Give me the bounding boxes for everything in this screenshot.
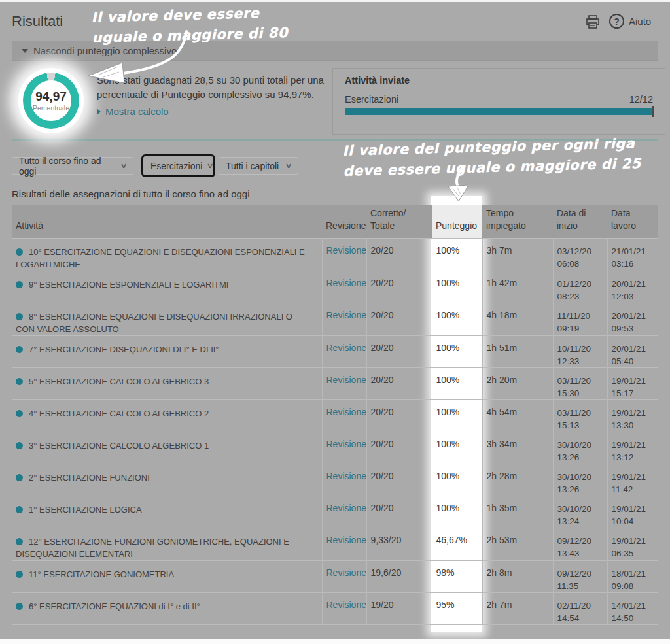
work-time: 06:35 xyxy=(612,547,656,560)
review-link[interactable]: Revisione xyxy=(326,278,366,288)
review-cell: Revisione xyxy=(322,528,366,560)
review-cell: Revisione xyxy=(322,399,366,432)
start-date-cell: 10/11/20 12:33 xyxy=(553,335,607,367)
time-spent-cell: 2h 28m xyxy=(482,464,553,496)
start-date: 02/11/20 xyxy=(557,600,605,612)
start-date: 01/12/20 xyxy=(557,278,605,290)
submitted-activities-title: Attività inviate xyxy=(345,75,653,86)
correct-total-cell: 19,6/20 xyxy=(366,560,432,592)
start-time: 15:13 xyxy=(557,419,605,432)
correct-total-cell: 20/20 xyxy=(366,432,432,464)
help-button[interactable]: ? Aiuto xyxy=(609,14,651,29)
work-time: 12:03 xyxy=(612,290,656,303)
course-period-value: Tutto il corso fino ad oggi xyxy=(19,156,116,177)
work-date: 21/01/21 xyxy=(612,245,656,258)
col-header-attivita: Attività xyxy=(12,205,322,238)
start-date: 03/11/20 xyxy=(557,375,605,387)
chevron-down-icon: ∨ xyxy=(285,161,292,170)
start-date-cell: 09/12/20 13:43 xyxy=(553,528,607,560)
chapters-value: Tutti i capitoli xyxy=(226,161,279,171)
score-cell: 100% xyxy=(432,367,482,399)
correct-total-cell: 20/20 xyxy=(366,464,432,496)
donut-center: 94,97 Percentuale xyxy=(31,80,71,121)
work-date: 19/01/21 xyxy=(612,407,656,419)
review-cell: Revisione xyxy=(322,496,366,528)
submitted-progress-fill xyxy=(345,108,653,115)
work-time: 09:08 xyxy=(612,580,656,592)
expand-triangle-icon xyxy=(97,109,101,115)
score-cell: 98% xyxy=(432,560,482,592)
show-calculation-label: Mostra calcolo xyxy=(105,106,169,117)
review-cell: Revisione xyxy=(322,367,366,399)
work-date-cell: 20/01/21 09:53 xyxy=(607,303,658,335)
review-link[interactable]: Revisione xyxy=(326,245,366,256)
review-link[interactable]: Revisione xyxy=(326,439,366,449)
activity-cell: 3° ESERCITAZIONE CALCOLO ALGEBRICO 1 xyxy=(12,432,322,464)
activity-cell: 2° ESERCITAZIONE FUNZIONI xyxy=(12,464,322,496)
start-time: 13:43 xyxy=(557,547,605,560)
time-spent-cell: 3h 7m xyxy=(482,238,553,271)
filters-row: Tutto il corso fino ad oggi ∨ Esercitazi… xyxy=(12,155,298,177)
correct-total-cell: 20/20 xyxy=(366,335,432,367)
score-cell: 100% xyxy=(432,496,482,528)
course-period-dropdown[interactable]: Tutto il corso fino ad oggi ∨ xyxy=(12,157,133,175)
time-spent-cell: 1h 51m xyxy=(482,335,553,367)
activity-bullet-icon xyxy=(16,603,23,610)
results-table-header: Attività Revisione Corretto/ Totale Punt… xyxy=(12,205,658,238)
review-link[interactable]: Revisione xyxy=(326,407,366,417)
activity-cell: 4° ESERCITAZIONE CALCOLO ALGEBRICO 2 xyxy=(12,399,322,432)
activity-title: 11° ESERCITAZIONE GONIOMETRIA xyxy=(29,569,174,579)
overall-score-unit-label: Percentuale xyxy=(33,104,69,112)
work-time: 11:42 xyxy=(612,483,656,496)
score-cell: 100% xyxy=(432,399,482,432)
start-date: 30/10/20 xyxy=(557,471,605,483)
review-link[interactable]: Revisione xyxy=(326,600,366,610)
chapters-dropdown[interactable]: Tutti i capitoli ∨ xyxy=(219,157,298,175)
review-link[interactable]: Revisione xyxy=(326,343,366,353)
score-cell: 100% xyxy=(432,271,482,303)
activity-bullet-icon xyxy=(16,313,23,320)
start-date: 11/11/20 xyxy=(557,310,605,322)
show-calculation-link[interactable]: Mostra calcolo xyxy=(97,106,169,117)
review-link[interactable]: Revisione xyxy=(326,310,366,320)
activity-cell: 9° ESERCITAZIONE ESPONENZIALI E LOGARITM… xyxy=(12,271,322,303)
review-cell: Revisione xyxy=(322,238,366,271)
work-date: 20/01/21 xyxy=(612,310,656,322)
help-icon: ? xyxy=(609,14,624,29)
overall-score-description: Sono stati guadagnati 28,5 su 30 punti t… xyxy=(97,73,327,102)
start-date-cell: 01/12/20 08:23 xyxy=(553,271,607,303)
time-spent-cell: 2h 53m xyxy=(482,528,553,560)
review-link[interactable]: Revisione xyxy=(326,503,366,513)
work-time: 09:53 xyxy=(612,322,656,335)
start-date-cell: 11/11/20 09:19 xyxy=(553,303,607,335)
col-header-data-inizio: Data di inizio xyxy=(553,205,607,238)
work-date: 19/01/21 xyxy=(612,471,656,483)
review-link[interactable]: Revisione xyxy=(326,535,366,545)
activity-title: 3° ESERCITAZIONE CALCOLO ALGEBRICO 1 xyxy=(29,441,209,450)
start-date-cell: 03/12/20 06:08 xyxy=(553,238,607,271)
review-link[interactable]: Revisione xyxy=(326,568,366,578)
review-link[interactable]: Revisione xyxy=(326,375,366,385)
chevron-down-icon: ∨ xyxy=(120,161,127,170)
activity-bullet-icon xyxy=(16,346,23,353)
activity-title: 1° ESERCITAZIONE LOGICA xyxy=(29,505,142,515)
start-time: 11:35 xyxy=(557,580,605,592)
activity-title: 5° ESERCITAZIONE CALCOLO ALGEBRICO 3 xyxy=(29,377,209,386)
chevron-down-icon: ∨ xyxy=(207,161,214,170)
start-time: 12:33 xyxy=(557,355,605,367)
start-time: 08:23 xyxy=(557,290,605,303)
submitted-progress-label: Esercitazioni xyxy=(345,94,398,105)
assignment-type-dropdown[interactable]: Esercitazioni ∨ xyxy=(144,157,213,175)
activity-cell: 8° ESERCITAZIONE EQUAZIONI E DISEQUAZION… xyxy=(12,303,322,335)
donut-ring: 94,97 Percentuale xyxy=(23,73,79,129)
work-date: 19/01/21 xyxy=(612,439,656,451)
work-date-cell: 14/01/21 14:50 xyxy=(607,592,658,624)
printer-icon xyxy=(586,15,601,29)
table-row: 4° ESERCITAZIONE CALCOLO ALGEBRICO 2 Rev… xyxy=(12,399,658,432)
work-time: 14:50 xyxy=(612,612,656,624)
activity-cell: 7° ESERCITAZIONE DISEQUAZIONI DI I° E DI… xyxy=(12,335,322,367)
start-date-cell: 30/10/20 13:26 xyxy=(553,464,607,496)
review-link[interactable]: Revisione xyxy=(326,471,366,481)
print-button[interactable] xyxy=(586,15,601,29)
table-row: 2° ESERCITAZIONE FUNZIONI Revisione 20/2… xyxy=(12,464,658,496)
